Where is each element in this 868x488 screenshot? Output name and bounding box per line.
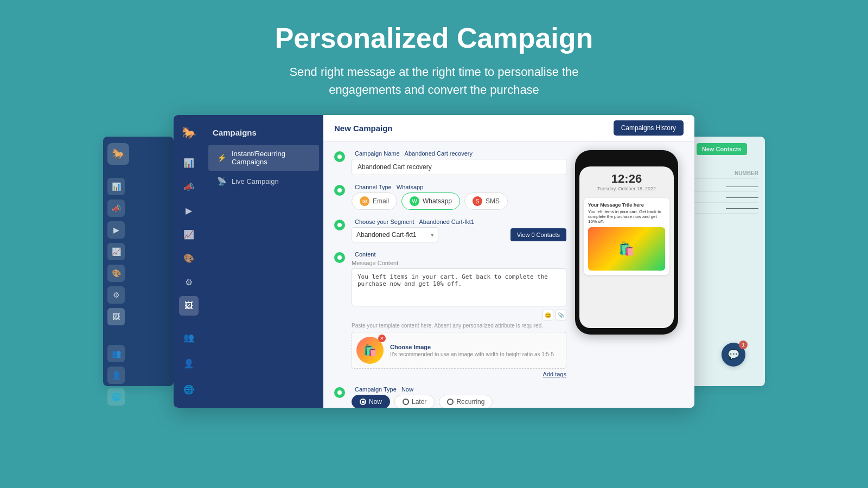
step-1-label: Campaign Name Abandoned Cart recovery [352,150,566,157]
phone-screen: 12:26 Tuesday, October 18, 2022 Your Mes… [579,166,674,328]
app-window: 🐎 📊 📣 ▶ 📈 🎨 ⚙ 🖼 👥 👤 🌐 Campaigns ⚡ Instan… [174,115,694,408]
left-nav-9: 👤 [107,367,125,384]
left-logo: 🐎 [107,143,129,165]
step-campaign-type: Campaign Type Now Now Later [334,386,566,408]
step-4-content: Content Message Content You left items i… [352,251,566,377]
hero-section: Personalized Campaign Send right message… [0,0,868,115]
radio-recurring-circle [447,399,454,405]
phone-date: Tuesday, October 18, 2022 [597,186,656,191]
radio-now-btn[interactable]: Now [352,395,390,408]
left-nav-1: 📊 [107,178,125,195]
campaign-name-input[interactable] [352,159,566,175]
bg-panel-left: 🐎 📊 📣 ▶ 📈 🎨 ⚙ 🖼 👥 👤 🌐 [103,137,174,386]
left-panel-icons: 🐎 📊 📣 ▶ 📈 🎨 ⚙ 🖼 👥 👤 🌐 [103,137,174,412]
left-nav-10: 🌐 [107,388,125,406]
sidebar-icon-user[interactable]: 👤 [179,354,199,373]
campaign-type-radio-group: Now Later Recurring [352,395,566,408]
menu-label-instant: Instant/Recurring Campaigns [232,150,310,166]
content-scroll: Campaign Name Abandoned Cart recovery Ch… [323,142,694,408]
whatsapp-icon: W [410,196,419,206]
attach-btn[interactable]: 📎 [556,310,566,320]
sidebar-icon-settings[interactable]: ⚙ [179,272,199,292]
sidebar-icon-design[interactable]: 🎨 [179,248,199,268]
sidebar-wide: Campaigns ⚡ Instant/Recurring Campaigns … [204,115,323,408]
left-nav-8: 👥 [107,345,125,362]
top-bar: New Campaign Campaigns History [323,115,694,142]
step-5-content: Campaign Type Now Now Later [352,386,566,408]
channel-email-btn[interactable]: ✉ Email [352,192,397,210]
step-4-label: Content [352,251,566,258]
phone-msg-title: Your Message Title here [588,202,665,208]
radio-now-circle [360,399,366,405]
choose-image-title: Choose Image [390,344,561,350]
segment-select[interactable]: Abandoned Cart-fkt1 [352,227,438,242]
sidebar-icon-team[interactable]: 👥 [179,328,199,347]
image-upload-area: 🛍️ ✕ Choose Image It's recommended to us… [352,332,566,369]
new-contacts-btn-bg: New Contacts [697,143,747,155]
step-dot-2 [334,185,345,196]
sidebar-icon-dashboard[interactable]: 📊 [179,153,199,172]
step-dot-1 [334,151,345,162]
channel-sms-btn[interactable]: S SMS [464,192,508,210]
sidebar-icon-campaigns[interactable]: 📣 [179,177,199,196]
left-nav-6: ⚙ [107,286,125,304]
page-title: New Campaign [334,124,393,133]
email-icon: ✉ [360,196,369,206]
step-choose-segment: Choose your Segment Abandoned Cart-fkt1 … [334,219,566,242]
message-content-textarea[interactable]: You left items in your cart. Get back to… [352,268,566,306]
phone-img-banner: 🛍️ [588,227,665,271]
step-campaign-name: Campaign Name Abandoned Cart recovery [334,150,566,175]
channel-buttons: ✉ Email W Whatsapp S SMS [352,192,566,210]
campaigns-history-button[interactable]: Campaigns History [614,120,684,136]
phone-message-card: Your Message Title here You left items i… [584,198,669,275]
phone-msg-body: You left items in your cart. Get back to… [588,209,665,224]
step-2-content: Channel Type Whatsapp ✉ Email W [352,184,566,210]
phone-time: 12:26 [611,166,642,186]
msg-action-buttons: 😊 📎 [352,310,566,320]
step-content: Content Message Content You left items i… [334,251,566,377]
step-channel-type: Channel Type Whatsapp ✉ Email W [334,184,566,210]
sidebar-icon-flows[interactable]: ▶ [179,201,199,220]
app-logo: 🐎 [179,124,199,143]
image-placeholder: 🛍️ ✕ [356,337,384,364]
menu-label-live: Live Campaign [232,177,279,185]
phone-notch [610,157,643,164]
view-contacts-button[interactable]: View 0 Contacts [510,228,566,241]
menu-icon-live: 📡 [217,177,226,185]
logo-icon: 🐎 [112,147,125,160]
step-3-label: Choose your Segment Abandoned Cart-fkt1 [352,219,566,225]
image-info: Choose Image It's recommended to use an … [390,344,561,357]
chat-badge: 1 [739,341,748,349]
left-nav-3: ▶ [107,221,125,239]
template-hint: Paste your template content here. Absent… [352,323,566,329]
sidebar-section-title: Campaigns [204,124,323,144]
radio-later-btn[interactable]: Later [394,395,435,408]
phone-preview: 12:26 Tuesday, October 18, 2022 Your Mes… [575,150,684,399]
hero-title: Personalized Campaign [0,22,868,54]
choose-image-desc: It's recommended to use an image with wi… [390,351,561,357]
radio-later-circle [403,399,409,405]
sidebar-icon-globe[interactable]: 🌐 [179,380,199,399]
step-dot-5 [334,387,345,398]
step-2-label: Channel Type Whatsapp [352,184,566,190]
radio-recurring-btn[interactable]: Recurring [439,395,493,408]
channel-whatsapp-btn[interactable]: W Whatsapp [401,192,460,210]
add-tags-link[interactable]: Add tags [352,371,566,377]
screenshot-wrapper: 🐎 📊 📣 ▶ 📈 🎨 ⚙ 🖼 👥 👤 🌐 CREATE NEXT New Co… [136,115,732,419]
sidebar-item-instant-campaigns[interactable]: ⚡ Instant/Recurring Campaigns [208,145,319,171]
step-5-label: Campaign Type Now [352,386,566,393]
step-dot-4 [334,252,345,263]
segment-row: Abandoned Cart-fkt1 View 0 Contacts [352,227,566,242]
sidebar-icon-media[interactable]: 🖼 [179,296,199,316]
form-section: Campaign Name Abandoned Cart recovery Ch… [334,150,566,399]
emoji-btn[interactable]: 😊 [542,310,553,320]
left-nav-2: 📣 [107,200,125,217]
main-content: New Campaign Campaigns History Campaign … [323,115,694,408]
remove-image-btn[interactable]: ✕ [378,335,386,342]
msg-content-label: Message Content [352,260,566,266]
sidebar-icon-analytics[interactable]: 📈 [179,224,199,244]
sidebar-item-live-campaign[interactable]: 📡 Live Campaign [208,172,319,190]
chat-bubble[interactable]: 💬 1 [722,343,745,367]
sidebar-icons: 🐎 📊 📣 ▶ 📈 🎨 ⚙ 🖼 👥 👤 🌐 [174,115,204,408]
col-number-header: NUMBER [735,170,758,176]
